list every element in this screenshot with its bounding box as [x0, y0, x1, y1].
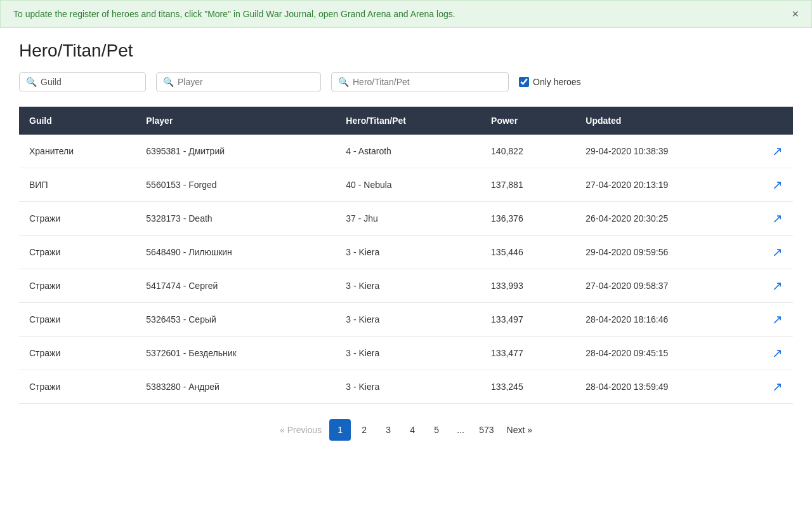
page-title: Hero/Titan/Pet [19, 41, 793, 61]
cell-guild: Хранители [19, 135, 136, 168]
cell-action[interactable]: ↗︎ [761, 236, 793, 269]
cell-updated: 29-04-2020 09:59:56 [575, 236, 761, 269]
col-updated: Updated [575, 107, 761, 135]
cell-updated: 27-04-2020 09:58:37 [575, 269, 761, 303]
cell-hero: 40 - Nebula [336, 168, 481, 202]
table-header-row: Guild Player Hero/Titan/Pet Power Update… [19, 107, 793, 135]
external-link-icon[interactable]: ↗︎ [772, 380, 783, 394]
notification-message: To update the register of heroes and tit… [13, 9, 455, 19]
cell-guild: Стражи [19, 236, 136, 269]
cell-hero: 37 - Jhu [336, 202, 481, 236]
cell-hero: 3 - Kiera [336, 236, 481, 269]
cell-power: 136,376 [481, 202, 575, 236]
cell-hero: 3 - Kiera [336, 303, 481, 337]
notification-bar: To update the register of heroes and tit… [0, 0, 812, 28]
next-page-button[interactable]: Next » [502, 419, 537, 441]
cell-hero: 4 - Astaroth [336, 135, 481, 168]
cell-power: 133,245 [481, 370, 575, 404]
cell-guild: Стражи [19, 269, 136, 303]
page-button-5[interactable]: 5 [426, 419, 447, 441]
page-button-2[interactable]: 2 [353, 419, 375, 441]
filters-bar: 🔍 🔍 🔍 Only heroes [19, 72, 793, 91]
col-hero: Hero/Titan/Pet [336, 107, 481, 135]
cell-player: 5328173 - Death [136, 202, 336, 236]
external-link-icon[interactable]: ↗︎ [772, 178, 783, 192]
page-button-573[interactable]: 573 [474, 419, 499, 441]
cell-updated: 27-04-2020 20:13:19 [575, 168, 761, 202]
heroes-table: Guild Player Hero/Titan/Pet Power Update… [19, 107, 793, 404]
external-link-icon[interactable]: ↗︎ [772, 279, 783, 293]
page-ellipsis: ... [450, 419, 471, 441]
cell-guild: Стражи [19, 370, 136, 404]
cell-guild: Стражи [19, 303, 136, 337]
cell-power: 135,446 [481, 236, 575, 269]
cell-updated: 28-04-2020 18:16:46 [575, 303, 761, 337]
cell-action[interactable]: ↗︎ [761, 202, 793, 236]
cell-player: 6395381 - Дмитрий [136, 135, 336, 168]
guild-search-wrapper: 🔍 [19, 72, 146, 91]
table-row: Стражи 5648490 - Лилюшкин 3 - Kiera 135,… [19, 236, 793, 269]
external-link-icon[interactable]: ↗︎ [772, 312, 783, 326]
cell-action[interactable]: ↗︎ [761, 168, 793, 202]
cell-guild: ВИП [19, 168, 136, 202]
player-search-icon: 🔍 [163, 77, 174, 87]
cell-player: 5417474 - Сергей [136, 269, 336, 303]
cell-player: 5560153 - Forged [136, 168, 336, 202]
hero-search-icon: 🔍 [338, 77, 349, 87]
guild-search-input[interactable] [41, 77, 139, 87]
cell-action[interactable]: ↗︎ [761, 337, 793, 370]
cell-action[interactable]: ↗︎ [761, 135, 793, 168]
cell-power: 140,822 [481, 135, 575, 168]
table-row: Стражи 5326453 - Серый 3 - Kiera 133,497… [19, 303, 793, 337]
table-row: ВИП 5560153 - Forged 40 - Nebula 137,881… [19, 168, 793, 202]
page-button-4[interactable]: 4 [402, 419, 423, 441]
notification-close-button[interactable]: × [792, 8, 799, 20]
external-link-icon[interactable]: ↗︎ [772, 144, 783, 158]
cell-action[interactable]: ↗︎ [761, 370, 793, 404]
cell-action[interactable]: ↗︎ [761, 303, 793, 337]
page-content: Hero/Titan/Pet 🔍 🔍 🔍 Only heroes Guild P… [0, 28, 812, 466]
only-heroes-checkbox[interactable] [519, 77, 529, 87]
cell-updated: 28-04-2020 09:45:15 [575, 337, 761, 370]
hero-search-wrapper: 🔍 [331, 72, 509, 91]
cell-power: 133,477 [481, 337, 575, 370]
table-row: Стражи 5372601 - Бездельник 3 - Kiera 13… [19, 337, 793, 370]
cell-action[interactable]: ↗︎ [761, 269, 793, 303]
cell-power: 133,993 [481, 269, 575, 303]
cell-power: 133,497 [481, 303, 575, 337]
col-player: Player [136, 107, 336, 135]
external-link-icon[interactable]: ↗︎ [772, 346, 783, 360]
table-row: Стражи 5383280 - Андрей 3 - Kiera 133,24… [19, 370, 793, 404]
col-power: Power [481, 107, 575, 135]
prev-page-button[interactable]: « Previous [275, 419, 327, 441]
cell-power: 137,881 [481, 168, 575, 202]
only-heroes-label[interactable]: Only heroes [519, 77, 580, 87]
cell-player: 5326453 - Серый [136, 303, 336, 337]
cell-hero: 3 - Kiera [336, 269, 481, 303]
cell-updated: 28-04-2020 13:59:49 [575, 370, 761, 404]
cell-guild: Стражи [19, 337, 136, 370]
table-row: Хранители 6395381 - Дмитрий 4 - Astaroth… [19, 135, 793, 168]
table-row: Стражи 5328173 - Death 37 - Jhu 136,376 … [19, 202, 793, 236]
external-link-icon[interactable]: ↗︎ [772, 211, 783, 225]
only-heroes-text: Only heroes [533, 77, 580, 87]
cell-player: 5648490 - Лилюшкин [136, 236, 336, 269]
hero-search-input[interactable] [353, 77, 502, 87]
col-guild: Guild [19, 107, 136, 135]
page-button-1[interactable]: 1 [329, 419, 351, 441]
cell-hero: 3 - Kiera [336, 337, 481, 370]
cell-updated: 26-04-2020 20:30:25 [575, 202, 761, 236]
cell-player: 5383280 - Андрей [136, 370, 336, 404]
external-link-icon[interactable]: ↗︎ [772, 245, 783, 259]
guild-search-icon: 🔍 [26, 77, 37, 87]
cell-player: 5372601 - Бездельник [136, 337, 336, 370]
table-row: Стражи 5417474 - Сергей 3 - Kiera 133,99… [19, 269, 793, 303]
cell-hero: 3 - Kiera [336, 370, 481, 404]
pagination: « Previous 1 2 3 4 5 ... 573 Next » [19, 419, 793, 453]
player-search-wrapper: 🔍 [156, 72, 321, 91]
cell-guild: Стражи [19, 202, 136, 236]
player-search-input[interactable] [178, 77, 314, 87]
col-action [761, 107, 793, 135]
cell-updated: 29-04-2020 10:38:39 [575, 135, 761, 168]
page-button-3[interactable]: 3 [377, 419, 399, 441]
